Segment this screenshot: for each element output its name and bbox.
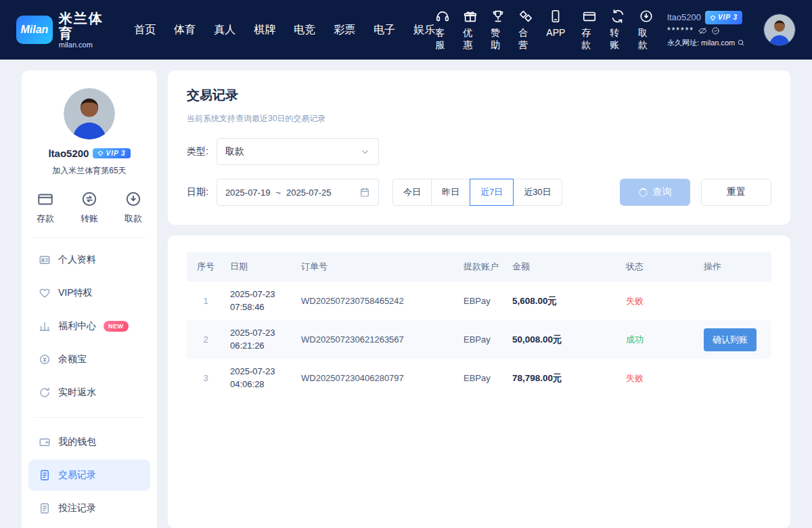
reset-button[interactable]: 重置 [701,179,771,206]
row-amount: 78,798.00元 [507,372,621,384]
range-30days-button[interactable]: 近30日 [513,179,562,206]
promotions-button[interactable]: 优惠 [463,9,478,51]
calendar-icon [359,187,370,198]
menu-label: 投注记录 [58,502,96,514]
menu-label: 个人资料 [58,254,96,266]
menu-label: 福利中心 [58,320,96,332]
row-order-no: WD202507230621263567 [296,334,458,345]
partner-button[interactable]: 合营 [518,9,533,51]
transactions-table-card: 序号 日期 订单号 提款账户 金额 状态 操作 1 2025-07-23 07:… [168,236,790,528]
transfer-label: 转账 [610,27,625,51]
col-header-index: 序号 [187,261,225,273]
nav-item-home[interactable]: 首页 [134,23,156,37]
sidebar-item-rebate[interactable]: 实时返水 [28,377,150,408]
type-select[interactable]: 取款 [217,138,379,165]
row-amount: 50,008.00元 [507,334,621,346]
sidebar-vip-badge: VIP 3 [93,148,130,158]
sidebar-withdraw-button[interactable]: 取款 [125,190,142,225]
trophy-icon [491,9,505,24]
transfer-icon [81,190,98,208]
nav-item-slots[interactable]: 电子 [374,23,395,37]
nav-item-entertainment[interactable]: 娱乐 [413,23,435,37]
type-filter-row: 类型: 取款 [187,138,771,165]
col-header-action: 操作 [698,261,771,273]
app-download-button[interactable]: APP [546,9,565,51]
sponsor-button[interactable]: 赞助 [491,9,505,51]
content-area: ltao5200 VIP 3 加入米兰体育第65天 存款 转账 取款 [0,60,812,528]
query-button[interactable]: 查询 [620,179,690,206]
deposit-button[interactable]: 存款 [581,9,597,51]
row-status: 失败 [621,295,698,307]
user-avatar[interactable] [763,14,796,46]
row-action: 确认到账 [698,328,771,351]
sidebar-item-profile[interactable]: 个人资料 [28,244,150,276]
customer-service-button[interactable]: 客服 [435,9,450,51]
sidebar-item-bets[interactable]: 投注记录 [28,493,150,524]
row-status: 失败 [621,372,698,384]
promotions-label: 优惠 [463,27,478,51]
withdraw-button[interactable]: 取款 [638,9,654,51]
sidebar-item-vip[interactable]: VIP特权 [28,278,150,309]
date-range-picker[interactable]: 2025-07-19 ~ 2025-07-25 [217,179,379,206]
sidebar-username: ltao5200 [48,148,89,159]
sidebar-transfer-label: 转账 [81,213,98,225]
sidebar-deposit-button[interactable]: 存款 [37,190,54,225]
row-account: EBPay [458,296,507,306]
row-order-no: WD202507230406280797 [296,373,458,383]
date-filter-row: 日期: 2025-07-19 ~ 2025-07-25 今日 昨日 近7日 [187,179,771,206]
nav-item-sports[interactable]: 体育 [174,23,196,37]
customer-service-label: 客服 [435,27,450,51]
avatar-image [64,88,115,139]
sidebar-transfer-button[interactable]: 转账 [81,190,98,225]
range-7days-button[interactable]: 近7日 [470,179,514,206]
quick-range-group: 今日 昨日 近7日 近30日 [392,179,562,206]
deposit-label: 存款 [581,27,597,51]
range-today-button[interactable]: 今日 [392,179,432,206]
user-info-block: ltao5200 VIP 3 ****** 永久网址: milan.com [667,11,754,49]
nav-item-live[interactable]: 真人 [214,23,235,37]
row-date: 2025-07-23 06:21:26 [225,327,296,353]
sidebar-quick-actions: 存款 转账 取款 [37,190,142,237]
gift-icon [463,9,478,24]
magnifier-icon[interactable] [737,39,745,47]
deposit-card-icon [582,9,597,24]
transfer-button[interactable]: 转账 [610,9,625,51]
username[interactable]: ltao5200 [667,11,701,24]
diamond-icon [710,15,716,21]
wallet-icon [39,436,51,448]
nav-item-chess[interactable]: 棋牌 [254,23,275,37]
avatar-image [764,14,795,45]
refresh-balance-icon[interactable] [711,26,720,35]
top-header: Milan 米兰体育 milan.com 首页 体育 真人 棋牌 电竞 彩票 电… [0,0,812,60]
menu-label: 实时返水 [58,387,96,399]
col-header-order: 订单号 [296,261,458,273]
col-header-status: 状态 [621,261,698,273]
partner-label: 合营 [518,27,533,51]
sidebar-avatar[interactable] [64,88,115,139]
brand-logo[interactable]: Milan 米兰体育 milan.com [16,11,114,49]
sidebar-item-benefits[interactable]: 福利中心 NEW [28,311,150,342]
page-subtitle: 当前系统支持查询最近30日的交易记录 [187,113,771,125]
page-title: 交易记录 [187,87,771,104]
chevron-down-icon [360,147,370,157]
sidebar-item-transactions[interactable]: 交易记录 [28,460,150,491]
row-order-no: WD202507230758465242 [296,296,458,306]
nav-item-esports[interactable]: 电竞 [294,23,315,37]
nav-item-lottery[interactable]: 彩票 [334,23,355,37]
service-icons: 客服 优惠 赞助 合营 APP [435,9,565,51]
main-panel: 交易记录 当前系统支持查询最近30日的交易记录 类型: 取款 日期: 2025-… [168,70,790,528]
menu-label: 余额宝 [58,353,87,366]
new-badge: NEW [104,321,129,332]
row-date: 2025-07-23 04:06:28 [225,366,296,391]
date-label: 日期: [187,186,208,198]
row-status: 成功 [621,334,698,346]
sponsor-label: 赞助 [491,27,505,51]
member-since-text: 加入米兰体育第65天 [22,165,157,177]
sidebar-item-wallet[interactable]: 我的钱包 [28,426,150,458]
eye-off-icon[interactable] [698,26,707,35]
sidebar-item-yuebao[interactable]: 余额宝 [28,344,150,375]
confirm-received-button[interactable]: 确认到账 [704,328,757,351]
table-row: 2 2025-07-23 06:21:26 WD2025072306212635… [187,320,771,359]
row-account: EBPay [458,334,507,345]
range-yesterday-button[interactable]: 昨日 [431,179,470,206]
